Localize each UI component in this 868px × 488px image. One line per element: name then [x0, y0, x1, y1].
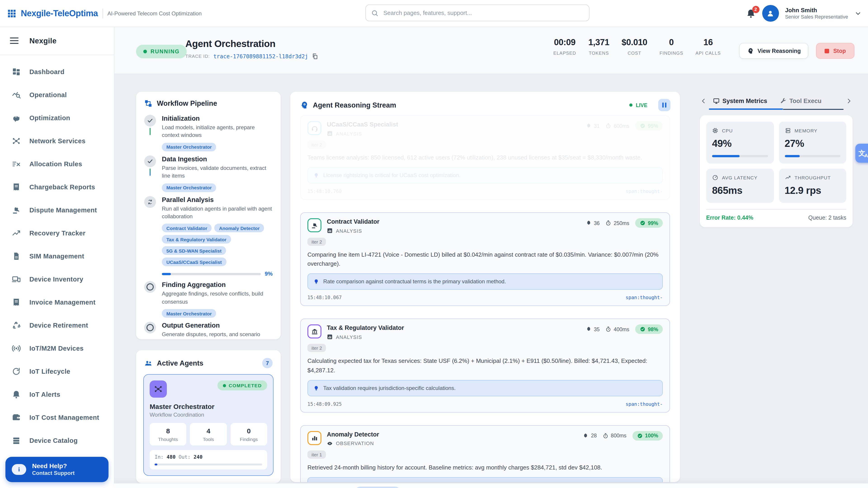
card-type-row: ANALYSIS: [327, 334, 404, 340]
pipeline-step-2: Data IngestionParse invoices, validate d…: [144, 156, 273, 196]
chevron-right-icon[interactable]: [845, 97, 852, 105]
reasoning-card-ucaas-ccaas-specialist: UCaaS/CCaaS SpecialistANALYSIS31600ms95%…: [300, 115, 670, 200]
step-name: Data Ingestion: [162, 156, 273, 163]
sidebar-item-invoice-management[interactable]: Invoice Management: [0, 291, 114, 314]
view-reasoning-button[interactable]: View Reasoning: [739, 43, 808, 59]
thoughts-count: 35: [594, 327, 600, 332]
nav-input[interactable]: Input: [324, 487, 345, 488]
tile-label: CPU: [722, 128, 733, 133]
agent-stat-tools: 4Tools: [190, 423, 227, 446]
head-gear-icon: [300, 101, 308, 109]
agent-tag: UCaaS/CCaaS Specialist: [162, 258, 226, 266]
status-dot: [143, 50, 147, 53]
chevron-down-icon[interactable]: [855, 10, 862, 17]
user-info: John Smith Senior Sales Representative: [785, 6, 848, 20]
card-type-label: ANALYSIS: [336, 334, 362, 340]
agent-tag: Anomaly Detector: [215, 224, 264, 232]
sidebar-item-iot-cost-management[interactable]: IoT Cost Management: [0, 406, 114, 429]
trend-up-icon: [12, 228, 21, 237]
sidebar-item-sim-management[interactable]: SIM Management: [0, 245, 114, 267]
dashboard-icon: [12, 67, 21, 76]
stop-button[interactable]: Stop: [816, 43, 855, 59]
step-tags: Contract ValidatorAnomaly DetectorTax & …: [162, 224, 273, 266]
sidebar-item-iot-m2m-devices[interactable]: IoT/M2M Devices: [0, 337, 114, 360]
card-stats: 36250ms99%: [586, 218, 663, 228]
user-role: Senior Sales Representative: [785, 13, 848, 20]
translate-icon[interactable]: 文A: [855, 144, 868, 163]
chevron-left-icon[interactable]: [700, 97, 708, 105]
sidebar-item-recovery-tracker[interactable]: Recovery Tracker: [0, 221, 114, 245]
agent-card[interactable]: COMPLETED Master Orchestrator Workflow C…: [143, 374, 274, 476]
sidebar-item-chargeback-reports[interactable]: Chargeback Reports: [0, 175, 114, 198]
agent-io-progress: [155, 464, 262, 465]
copy-icon[interactable]: [312, 53, 318, 60]
sidebar-item-iot-alerts[interactable]: IoT Alerts: [0, 383, 114, 406]
signal-icon: [12, 344, 21, 353]
metric-tile-throughput: THROUGHPUT12.9 rps: [779, 168, 846, 203]
sidebar-item-dashboard[interactable]: Dashboard: [0, 60, 114, 83]
brain-icon: [583, 433, 589, 438]
latency-stat: 400ms: [606, 326, 629, 332]
tile-value: 12.9 rps: [784, 185, 840, 196]
network-icon: [154, 385, 163, 394]
tab-tool-execution[interactable]: Tool Execu: [780, 97, 822, 104]
confidence-badge: 99%: [635, 218, 663, 228]
pipeline-header: Workflow Pipeline: [136, 92, 281, 107]
reasoning-stream-panel: Agent Reasoning Stream LIVE UCaaS/CCaaS …: [290, 92, 680, 482]
sidebar-item-operational[interactable]: Operational: [0, 83, 114, 106]
sidebar-item-device-inventory[interactable]: Device Inventory: [0, 267, 114, 291]
global-search[interactable]: [365, 4, 590, 21]
active-agents-panel: Active Agents 7 COMPLETED Master Orchest…: [136, 350, 281, 483]
nav-orchestration[interactable]: Orchestration: [355, 487, 400, 488]
sidebar-item-dispute-management[interactable]: Dispute Management: [0, 198, 114, 221]
stream-header: Agent Reasoning Stream LIVE: [290, 92, 680, 111]
operational-icon: [12, 90, 21, 99]
nav-reasoning[interactable]: Reasoning: [410, 487, 444, 488]
agent-type-icon: [307, 121, 321, 135]
step-description: Generate disputes, reports, and scenario…: [162, 331, 273, 339]
hamburger-menu-icon[interactable]: [10, 37, 19, 44]
sidebar-item-allocation-rules[interactable]: Allocation Rules: [0, 152, 114, 175]
tile-label: THROUGHPUT: [795, 175, 831, 180]
stopwatch-icon: [606, 220, 612, 226]
headset-icon: [311, 125, 318, 132]
need-help-subtitle: Contact Support: [32, 470, 74, 477]
nav-observability[interactable]: Observability: [528, 487, 567, 488]
gavel-icon: [12, 205, 21, 215]
search-input[interactable]: [382, 9, 584, 17]
tab-system-metrics[interactable]: System Metrics: [713, 97, 767, 104]
cpu-icon: [712, 127, 718, 134]
sidebar-item-device-retirement[interactable]: Device Retirement: [0, 314, 114, 337]
confidence-value: 99%: [648, 220, 658, 226]
live-indicator: LIVE: [629, 102, 647, 108]
sidebar-item-network-services[interactable]: Network Services: [0, 129, 114, 152]
piggy-bank-icon: [12, 113, 21, 122]
confidence-badge: 98%: [635, 325, 663, 334]
need-help-card[interactable]: i Need Help? Contact Support: [5, 457, 108, 482]
header-right: 2 John Smith Senior Sales Representative: [746, 0, 862, 27]
pause-button[interactable]: [658, 99, 671, 111]
avatar[interactable]: [762, 5, 779, 22]
stopwatch-icon: [606, 326, 612, 332]
iteration-badge: iter 2: [307, 344, 326, 352]
stop-square-icon: [825, 48, 829, 53]
top-header: Nexgile-TeleOptima AI-Powered Telecom Co…: [0, 0, 868, 27]
card-header: Tax & Regulatory ValidatorANALYSIS35400m…: [307, 325, 663, 340]
run-metric-cost: $0.010COST: [622, 37, 647, 56]
stopwatch-icon: [602, 433, 609, 438]
sidebar-item-iot-lifecycle[interactable]: IoT Lifecycle: [0, 360, 114, 383]
active-agents-count-badge: 7: [262, 358, 273, 368]
run-metric-elapsed: 00:09ELAPSED: [553, 37, 576, 56]
latency-stat: 600ms: [606, 123, 629, 129]
live-dot: [629, 103, 633, 107]
gavel-icon: [311, 222, 318, 229]
notifications-button[interactable]: 2: [746, 8, 756, 18]
span-link[interactable]: span:thought-: [626, 295, 663, 300]
agent-stat-thoughts: 8Thoughts: [150, 423, 186, 446]
stopwatch-icon: [606, 123, 612, 129]
pipeline-step-1: InitializationLoad models, initialize ag…: [144, 115, 273, 156]
span-link[interactable]: span:thought-: [626, 401, 663, 406]
sidebar-item-device-catalog[interactable]: Device Catalog: [0, 429, 114, 452]
brain-icon: [586, 123, 592, 129]
sidebar-item-optimization[interactable]: Optimization: [0, 106, 114, 129]
